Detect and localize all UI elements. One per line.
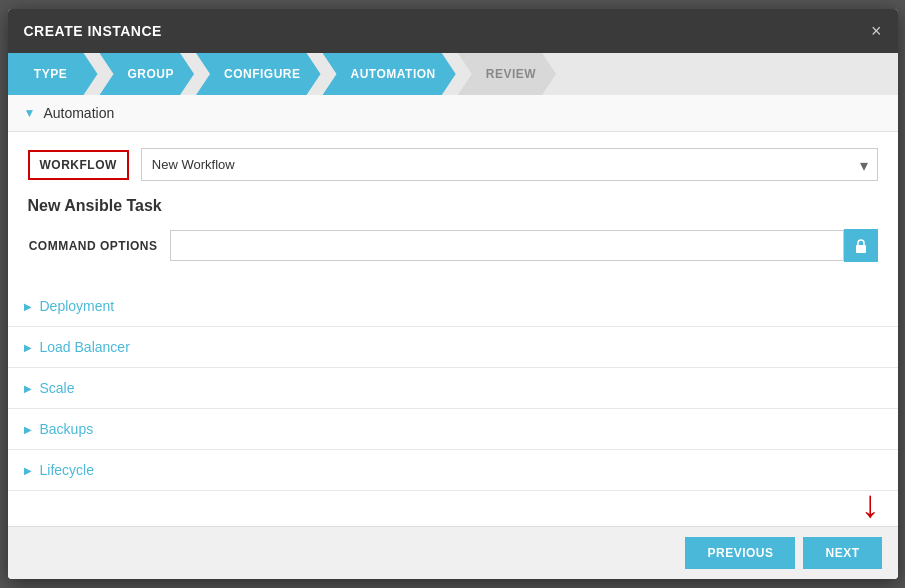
backups-header[interactable]: ▶ Backups: [8, 409, 898, 449]
deployment-header[interactable]: ▶ Deployment: [8, 286, 898, 326]
load-balancer-header[interactable]: ▶ Load Balancer: [8, 327, 898, 367]
step-type[interactable]: TYPE: [8, 53, 98, 95]
step-automation[interactable]: AUTOMATION: [323, 53, 456, 95]
lock-button[interactable]: [844, 229, 878, 262]
next-arrow-indicator: ↓: [861, 485, 880, 523]
automation-chevron-icon: ▼: [24, 106, 36, 120]
deployment-label: Deployment: [40, 298, 115, 314]
lock-icon: [854, 238, 868, 254]
next-button[interactable]: NEXT: [803, 537, 881, 569]
scale-section: ▶ Scale: [8, 368, 898, 409]
step-review[interactable]: REVIEW: [458, 53, 556, 95]
svg-rect-0: [856, 245, 866, 253]
scale-chevron-icon: ▶: [24, 383, 32, 394]
load-balancer-section: ▶ Load Balancer: [8, 327, 898, 368]
automation-section-label: Automation: [43, 105, 114, 121]
modal-content: ▼ Automation WORKFLOW New Workflow Workf…: [8, 95, 898, 526]
step-group[interactable]: GROUP: [100, 53, 195, 95]
deployment-section: ▶ Deployment: [8, 286, 898, 327]
modal-header: CREATE INSTANCE ×: [8, 9, 898, 53]
step-configure[interactable]: CONFIGURE: [196, 53, 321, 95]
command-options-row: COMMAND OPTIONS: [28, 229, 878, 262]
modal-footer: ↓ PREVIOUS NEXT: [8, 526, 898, 579]
automation-body: WORKFLOW New Workflow Workflow 1 Workflo…: [8, 132, 898, 286]
workflow-label: WORKFLOW: [28, 150, 129, 180]
workflow-select-wrapper: New Workflow Workflow 1 Workflow 2: [141, 148, 878, 181]
wizard-steps: TYPE GROUP CONFIGURE AUTOMATION REVIEW: [8, 53, 898, 95]
lifecycle-header[interactable]: ▶ Lifecycle: [8, 450, 898, 490]
command-input-wrap: [170, 229, 878, 262]
workflow-select[interactable]: New Workflow Workflow 1 Workflow 2: [141, 148, 878, 181]
modal-title: CREATE INSTANCE: [24, 23, 162, 39]
lifecycle-section: ▶ Lifecycle: [8, 450, 898, 491]
deployment-chevron-icon: ▶: [24, 301, 32, 312]
backups-section: ▶ Backups: [8, 409, 898, 450]
lifecycle-chevron-icon: ▶: [24, 465, 32, 476]
backups-chevron-icon: ▶: [24, 424, 32, 435]
load-balancer-chevron-icon: ▶: [24, 342, 32, 353]
lifecycle-label: Lifecycle: [40, 462, 94, 478]
close-button[interactable]: ×: [871, 22, 882, 40]
workflow-row: WORKFLOW New Workflow Workflow 1 Workflo…: [28, 148, 878, 181]
ansible-task-title: New Ansible Task: [28, 197, 878, 215]
command-options-label: COMMAND OPTIONS: [28, 239, 158, 253]
automation-section-header[interactable]: ▼ Automation: [8, 95, 898, 132]
load-balancer-label: Load Balancer: [40, 339, 130, 355]
create-instance-modal: CREATE INSTANCE × TYPE GROUP CONFIGURE A…: [8, 9, 898, 579]
scale-header[interactable]: ▶ Scale: [8, 368, 898, 408]
backups-label: Backups: [40, 421, 94, 437]
scale-label: Scale: [40, 380, 75, 396]
command-options-input[interactable]: [170, 230, 844, 261]
previous-button[interactable]: PREVIOUS: [685, 537, 795, 569]
